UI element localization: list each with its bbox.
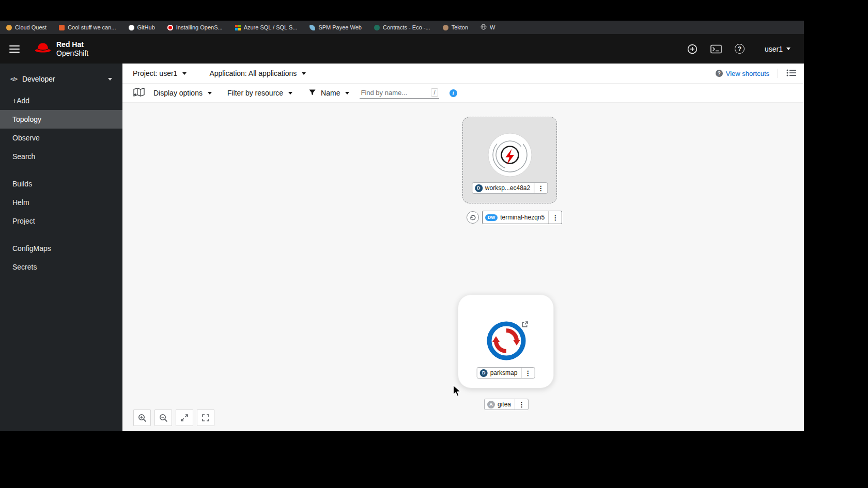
topology-node-workspace[interactable]: D worksp...ec48a2 ⋮: [462, 117, 557, 203]
info-icon[interactable]: i: [450, 89, 457, 97]
topology-view-icon[interactable]: [133, 87, 145, 99]
terminal-node-label[interactable]: DW terminal-hezqn5 ⋮: [482, 211, 562, 224]
brand-line-2: OpenShift: [56, 49, 88, 58]
globe-icon: [481, 24, 487, 31]
sidebar-group-1: +Add Topology Observe Search: [0, 91, 122, 166]
project-dropdown[interactable]: Project: user1: [133, 69, 187, 77]
topology-node-terminal[interactable]: DW terminal-hezqn5 ⋮: [467, 211, 562, 224]
kebab-menu-icon[interactable]: ⋮: [548, 211, 562, 224]
user-menu[interactable]: user1: [765, 45, 791, 53]
bookmark-item[interactable]: Cool stuff we can...: [59, 24, 116, 30]
bookmark-label: SPM Payee Web: [318, 24, 362, 30]
browser-bookmarks-bar: Cloud Quest Cool stuff we can... GitHub …: [0, 21, 804, 34]
kebab-menu-icon[interactable]: ⋮: [515, 399, 528, 410]
divider: [778, 69, 778, 78]
zoom-out-button[interactable]: [154, 410, 172, 426]
brand-text: Red Hat OpenShift: [56, 40, 88, 58]
slash-key-hint: /: [431, 88, 438, 97]
bookmark-item[interactable]: SPM Payee Web: [309, 24, 362, 30]
fit-to-screen-button[interactable]: [176, 410, 193, 426]
list-view-toggle-icon[interactable]: [786, 69, 797, 78]
workspace-node-label[interactable]: D worksp...ec48a2 ⋮: [472, 182, 548, 194]
bookmark-label: Contracts - Eco -...: [383, 24, 430, 30]
deployment-badge: D: [475, 184, 483, 192]
kebab-menu-icon[interactable]: ⋮: [534, 183, 547, 193]
main-content: Project: user1 Application: All applicat…: [122, 64, 804, 431]
filter-by-resource-dropdown[interactable]: Filter by resource: [227, 89, 292, 97]
context-bar-right: ? View shortcuts: [716, 69, 797, 78]
fullscreen-button[interactable]: [197, 410, 214, 426]
sidebar-item-search[interactable]: Search: [0, 147, 122, 166]
name-filter-dropdown[interactable]: Name: [309, 89, 349, 97]
bookmark-label: W: [490, 24, 495, 30]
sidebar-item-project[interactable]: Project: [0, 212, 122, 230]
application-dropdown[interactable]: Application: All applications: [209, 69, 306, 77]
context-bar: Project: user1 Application: All applicat…: [122, 64, 804, 84]
open-url-external-link-icon[interactable]: [521, 321, 529, 330]
sidebar-item-configmaps[interactable]: ConfigMaps: [0, 239, 122, 258]
bookmark-label: Cloud Quest: [15, 24, 47, 30]
bookmark-label: Tekton: [452, 24, 468, 30]
parksmap-label-text: parksmap: [490, 369, 521, 376]
bookmark-item[interactable]: Tekton: [443, 24, 468, 30]
bookmark-label: Azure SQL / SQL S...: [244, 24, 298, 30]
gitea-label-text: gitea: [498, 401, 515, 408]
sidebar-item-topology[interactable]: Topology: [0, 110, 122, 129]
topology-node-parksmap[interactable]: D parksmap ⋮: [458, 294, 554, 388]
add-plus-circle-icon[interactable]: [687, 44, 698, 54]
parksmap-logo-icon: [486, 321, 526, 363]
bookmark-item[interactable]: Installing OpenS...: [167, 24, 223, 30]
developer-code-icon: </>: [10, 76, 17, 82]
sidebar-item-helm[interactable]: Helm: [0, 193, 122, 212]
masthead: Red Hat OpenShift ? user1: [0, 34, 804, 64]
mouse-cursor: [453, 385, 462, 399]
web-terminal-icon[interactable]: [710, 44, 722, 54]
bookmark-item[interactable]: Cloud Quest: [6, 24, 47, 30]
sidebar-group-2: Builds Helm Project: [0, 175, 122, 230]
display-options-dropdown[interactable]: Display options: [153, 89, 212, 97]
chevron-down-icon: [345, 92, 349, 95]
chevron-down-icon: [288, 92, 292, 95]
sidebar-group-3: ConfigMaps Secrets: [0, 239, 122, 276]
zoom-in-button[interactable]: [133, 410, 151, 426]
topology-control-bar: [133, 410, 214, 426]
bookmark-item[interactable]: GitHub: [129, 24, 155, 30]
brand-logo[interactable]: Red Hat OpenShift: [34, 40, 88, 58]
github-icon: [129, 25, 134, 30]
devworkspace-bolt-icon: [487, 132, 533, 180]
bookmark-item[interactable]: W: [481, 24, 495, 31]
hamburger-menu-icon[interactable]: [9, 45, 20, 53]
sidebar-item-builds[interactable]: Builds: [0, 175, 122, 193]
display-options-label: Display options: [153, 89, 203, 97]
bookmark-item[interactable]: Azure SQL / SQL S...: [235, 24, 298, 30]
chevron-down-icon: [208, 92, 212, 95]
topology-node-gitea[interactable]: A gitea ⋮: [484, 399, 529, 410]
topology-canvas[interactable]: D worksp...ec48a2 ⋮ DW t: [122, 103, 804, 431]
microsoft-icon: [235, 25, 241, 30]
browser-window: Cloud Quest Cool stuff we can... GitHub …: [0, 21, 804, 431]
bookmark-favicon: [6, 25, 12, 30]
terminal-decorator-icon[interactable]: [467, 211, 479, 224]
help-icon[interactable]: ?: [735, 44, 745, 54]
sidebar-item-secrets[interactable]: Secrets: [0, 258, 122, 276]
bookmark-label: Cool stuff we can...: [68, 24, 116, 30]
brand-line-1: Red Hat: [56, 40, 88, 49]
sidebar-item-observe[interactable]: Observe: [0, 129, 122, 147]
bookmark-favicon: [309, 25, 315, 30]
terminal-label-text: terminal-hezqn5: [500, 214, 548, 221]
parksmap-node-label[interactable]: D parksmap ⋮: [477, 367, 535, 379]
redhat-fedora-icon: [34, 41, 52, 57]
chevron-down-icon: [302, 72, 306, 75]
bookmark-favicon: [59, 25, 65, 30]
bookmark-item[interactable]: Contracts - Eco -...: [374, 24, 430, 30]
sidebar-item-add[interactable]: +Add: [0, 91, 122, 110]
gitea-node-label[interactable]: A gitea ⋮: [484, 399, 529, 410]
workspace-label-text: worksp...ec48a2: [485, 184, 534, 192]
masthead-toolbar: ? user1: [687, 44, 791, 54]
kebab-menu-icon[interactable]: ⋮: [521, 368, 534, 378]
view-shortcuts-link[interactable]: ? View shortcuts: [716, 70, 769, 77]
sidebar: </> Developer +Add Topology Observe Sear…: [0, 64, 122, 431]
user-menu-label: user1: [765, 45, 783, 53]
perspective-switcher[interactable]: </> Developer: [0, 70, 122, 91]
find-by-name-input[interactable]: [361, 89, 427, 97]
